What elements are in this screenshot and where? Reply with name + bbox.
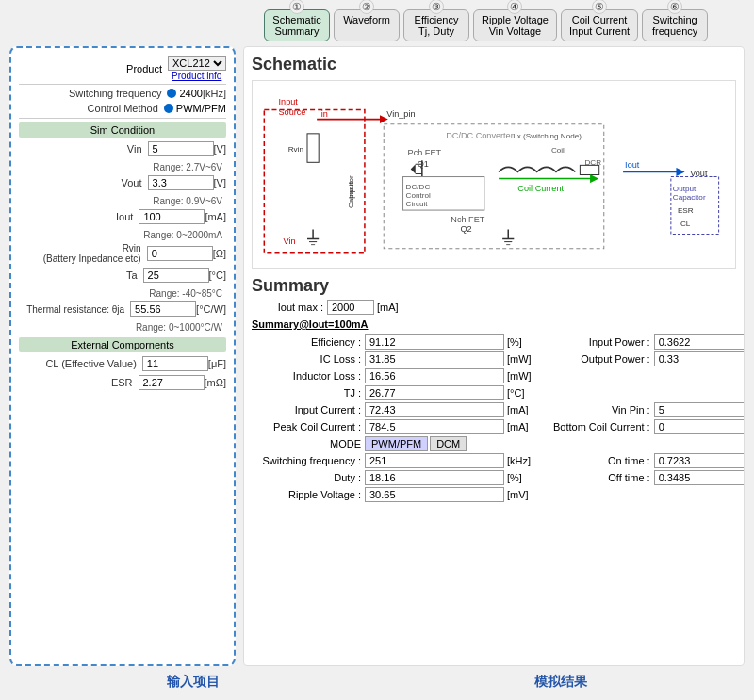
switching-freq-radio[interactable] (167, 89, 176, 98)
tab-waveform[interactable]: ② Waveform (334, 9, 400, 41)
svg-text:Rvin: Rvin (288, 145, 303, 154)
esr-row: ESR [mΩ] (19, 375, 226, 390)
ic-loss-value[interactable] (365, 351, 504, 366)
ripple-value[interactable] (365, 487, 504, 502)
product-info-link[interactable]: Product info (172, 71, 226, 81)
ta-row: Ta [°C] Range: -40~85°C (19, 268, 226, 300)
rvin-row: Rvin(Battery Inpedance etc) [Ω] (19, 243, 226, 264)
iout-input[interactable] (139, 209, 205, 224)
off-time-label: Off time : (541, 472, 654, 483)
off-time-row: Off time : [us] (541, 470, 745, 485)
switching-freq-summary-label: Switching frequency : (252, 455, 365, 466)
svg-text:Input: Input (279, 97, 299, 106)
on-time-value[interactable] (654, 453, 745, 468)
vout-input[interactable] (148, 175, 214, 190)
peak-coil-value[interactable] (365, 419, 504, 434)
svg-text:Vin: Vin (284, 236, 296, 246)
vin-pin-value[interactable] (654, 402, 745, 417)
efficiency-label: Efficiency : (252, 336, 365, 348)
inductor-loss-label: Inductor Loss : (252, 370, 365, 382)
input-current-unit: [mA] (507, 404, 529, 415)
bottom-coil-label: Bottom Coil Current : (541, 421, 654, 432)
vin-row: Vin [V] Range: 2.7V~6V (19, 141, 226, 173)
main-container: ① SchematicSummary ② Waveform ③ Efficien… (0, 0, 754, 700)
mode-row: MODE PWM/PFM DCM (252, 436, 532, 451)
svg-text:Output: Output (673, 185, 697, 193)
efficiency-value[interactable] (365, 334, 504, 350)
output-power-label: Output Power : (541, 353, 654, 365)
mode-pwmpfm-button[interactable]: PWM/PFM (365, 436, 428, 451)
tab-efficiency[interactable]: ③ EfficiencyTj, Duty (403, 9, 469, 41)
vin-unit: [V] (214, 143, 226, 155)
left-panel: Product XCL212 Product info Switching fr… (9, 46, 236, 666)
duty-label: Duty : (252, 472, 365, 483)
tab5-label: Coil CurrentInput Current (569, 14, 630, 37)
svg-text:Source: Source (279, 107, 306, 117)
thermal-range: Range: 0~1000°C/W (134, 322, 222, 333)
tab2-label: Waveform (343, 14, 390, 25)
thermal-row: Thermal resistance: θja [°C/W] Range: 0~… (19, 301, 226, 334)
input-power-value[interactable] (654, 334, 745, 350)
esr-unit: [mΩ] (205, 377, 227, 388)
esr-input[interactable] (139, 375, 205, 390)
ta-input[interactable] (143, 268, 209, 283)
cl-unit: [μF] (208, 358, 226, 369)
iout-unit: [mA] (205, 211, 226, 222)
cl-label: CL (Effective Value) (19, 358, 142, 369)
svg-text:Control: Control (406, 191, 431, 200)
tab-switching[interactable]: ⑥ Switchingfrequency (642, 9, 708, 41)
mode-label: MODE (252, 438, 365, 449)
off-time-value[interactable] (654, 470, 745, 485)
efficiency-row: Efficiency : [%] (252, 334, 532, 350)
ic-loss-unit: [mW] (507, 353, 532, 365)
iout-row: Iout [mA] Range: 0~2000mA (19, 209, 226, 241)
schematic-title: Schematic (252, 55, 736, 74)
bottom-coil-value[interactable] (654, 419, 745, 434)
switching-freq-summary-row: Switching frequency : [kHz] (252, 453, 532, 468)
svg-text:Vout: Vout (690, 169, 708, 178)
output-power-value[interactable] (654, 351, 745, 366)
iout-max-unit: [mA] (377, 301, 399, 313)
peak-coil-row: Peak Coil Current : [mA] (252, 419, 532, 434)
svg-marker-14 (411, 164, 416, 173)
inductor-loss-value[interactable] (365, 368, 504, 383)
tab-bar: ① SchematicSummary ② Waveform ③ Efficien… (9, 9, 745, 41)
tab-ripple[interactable]: ④ Ripple VoltageVin Voltage (473, 9, 557, 41)
svg-text:Q2: Q2 (460, 224, 471, 234)
vout-unit: [V] (214, 177, 226, 188)
product-select[interactable]: XCL212 (168, 56, 226, 71)
input-current-value[interactable] (365, 402, 504, 417)
mode-dcm-button[interactable]: DCM (430, 436, 467, 451)
thermal-input[interactable] (130, 301, 196, 317)
tj-value[interactable] (365, 385, 504, 400)
tab-coil[interactable]: ⑤ Coil CurrentInput Current (561, 9, 638, 41)
tab6-number: ⑥ (667, 0, 682, 14)
switching-freq-row: Switching frequency 2400 [kHz] (19, 88, 226, 99)
control-method-radio[interactable] (164, 104, 173, 113)
duty-unit: [%] (507, 472, 522, 483)
product-label: Product (19, 63, 168, 74)
tab3-label: EfficiencyTj, Duty (415, 14, 459, 37)
cl-input[interactable] (142, 356, 208, 371)
tab-schematic-summary[interactable]: ① SchematicSummary (264, 9, 330, 41)
svg-text:DC/DC Converter: DC/DC Converter (446, 131, 514, 140)
svg-text:Iout: Iout (625, 160, 640, 170)
svg-text:CL: CL (680, 220, 691, 228)
iout-max-row: Iout max : [mA] (252, 300, 736, 315)
thermal-label: Thermal resistance: θja (19, 304, 130, 315)
switching-freq-summary-value[interactable] (365, 453, 504, 468)
ic-loss-label: IC Loss : (252, 353, 365, 365)
rvin-unit: [Ω] (213, 248, 226, 259)
on-time-label: On time : (541, 455, 654, 466)
vout-row: Vout [V] Range: 0.9V~6V (19, 175, 226, 207)
summary-left-column: Efficiency : [%] IC Loss : [mW] Indu (252, 334, 532, 504)
iout-range: Range: 0~2000mA (141, 230, 222, 240)
efficiency-unit: [%] (507, 336, 522, 348)
svg-text:Capacitor: Capacitor (347, 175, 355, 208)
rvin-input[interactable] (147, 246, 213, 261)
iout-max-input[interactable] (327, 300, 374, 315)
duty-row: Duty : [%] (252, 470, 532, 485)
on-time-row: On time : [us] (541, 453, 745, 468)
vin-input[interactable] (148, 141, 214, 156)
duty-value[interactable] (365, 470, 504, 485)
